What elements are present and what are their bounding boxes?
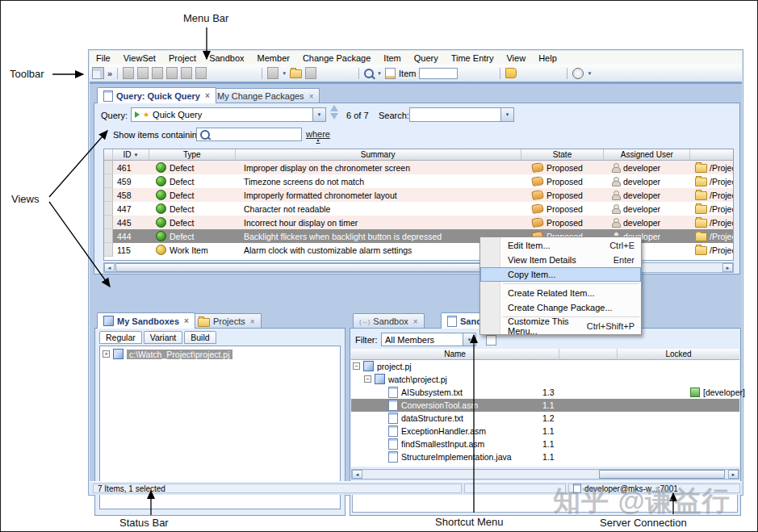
checkout-dropdown-icon[interactable]: ▼	[282, 71, 287, 76]
subtab-build[interactable]: Build	[184, 331, 216, 344]
expand-icon[interactable]: +	[103, 350, 110, 358]
tab-close-icon[interactable]: ×	[413, 317, 418, 326]
defect-icon	[156, 217, 166, 228]
viewset-icon[interactable]	[92, 67, 104, 79]
menu-file[interactable]: File	[90, 52, 117, 64]
menu-time-entry[interactable]: Time Entry	[445, 52, 500, 64]
open-item-icon[interactable]	[137, 67, 149, 79]
column-type[interactable]: Type	[149, 149, 236, 161]
row-gutter[interactable]	[104, 174, 113, 188]
row-gutter[interactable]	[104, 243, 113, 257]
save-item-icon[interactable]	[152, 67, 163, 79]
scroll-right-icon[interactable]: ►	[722, 263, 733, 272]
row-gutter[interactable]	[104, 216, 113, 229]
item-row-447[interactable]: 447 Defect Character not readable Propos…	[104, 202, 733, 216]
member-row-aisubsystem[interactable]: AISubsystem.txt 1.3 [developer]	[351, 386, 739, 399]
scroll-right-icon[interactable]: ►	[728, 470, 739, 479]
tab-close-icon[interactable]: ×	[184, 316, 189, 325]
menu-view[interactable]: View	[500, 52, 532, 64]
show-items-input[interactable]	[196, 128, 302, 141]
column-state[interactable]: State	[521, 149, 605, 161]
item-row-458[interactable]: 458 Defect Improperly formatted chronome…	[104, 188, 733, 202]
menu-item-view-item-details[interactable]: View Item Details Enter	[480, 253, 641, 267]
member-row-conversiontool-selected[interactable]: ConversionTool.asm 1.1	[351, 399, 739, 412]
column-locked[interactable]: Locked	[618, 349, 739, 360]
tab-query-quick-query[interactable]: Query: Quick Query ×	[97, 87, 216, 103]
delete-item-icon[interactable]	[195, 67, 207, 79]
tab-close-icon[interactable]: ×	[309, 92, 314, 101]
edit-query-icon[interactable]	[385, 68, 396, 79]
member-file-icon	[388, 387, 398, 398]
tab-close-icon[interactable]: ×	[205, 91, 210, 100]
column-project[interactable]	[690, 149, 733, 161]
edit-item-icon[interactable]	[166, 67, 178, 79]
member-row-watch-project[interactable]: − watch\project.pj	[351, 373, 739, 386]
time-entry-dropdown-icon[interactable]: ▼	[587, 71, 592, 76]
menu-member[interactable]: Member	[251, 52, 296, 64]
column-summary[interactable]: Summary	[236, 149, 521, 161]
query-combobox[interactable]: ★ Quick Query ▼	[131, 107, 326, 122]
filter-combobox-dropdown[interactable]: ▼	[463, 333, 475, 346]
menu-item-create-change-package[interactable]: Create Change Package...	[480, 300, 641, 315]
query-combobox-dropdown[interactable]: ▼	[312, 108, 325, 121]
search-icon[interactable]	[364, 69, 374, 78]
sandbox-root-item[interactable]: + c:\Watch_Project\project.pj	[103, 349, 232, 359]
revert-icon[interactable]	[305, 67, 316, 79]
member-row-structureimplementation[interactable]: StructureImplementation.java 1.1	[351, 450, 739, 463]
collapse-icon[interactable]: −	[364, 375, 371, 383]
member-horizontal-scrollbar[interactable]: ◄ ►	[351, 469, 739, 480]
change-package-tool-icon[interactable]	[505, 68, 517, 78]
row-gutter[interactable]	[104, 202, 113, 216]
tab-projects[interactable]: Projects ×	[191, 313, 262, 329]
menu-item-copy-item[interactable]: Copy Item...	[480, 267, 641, 282]
menu-help[interactable]: Help	[532, 52, 563, 64]
column-name[interactable]: Name	[351, 349, 559, 360]
toolbar-overflow-chevron[interactable]: »	[107, 69, 112, 78]
subtab-variant[interactable]: Variant	[144, 331, 183, 344]
menu-item[interactable]: Item	[377, 52, 407, 64]
menu-query[interactable]: Query	[408, 52, 445, 64]
checkout-icon[interactable]	[267, 67, 278, 79]
item-row-461[interactable]: 461 Defect Improper display on the chron…	[104, 161, 733, 174]
collapse-icon[interactable]: −	[353, 362, 360, 370]
menu-item-customize-this-menu[interactable]: Customize This Menu... Ctrl+Shift+P	[480, 319, 641, 333]
scroll-left-icon[interactable]: ◄	[352, 470, 362, 479]
item-id-input[interactable]	[419, 68, 458, 79]
column-assigned-user[interactable]: Assigned User	[604, 149, 690, 161]
member-row-project[interactable]: − project.pj	[351, 360, 739, 373]
search-combobox[interactable]: ▼	[409, 107, 514, 122]
filter-combobox[interactable]: All Members ▼	[381, 333, 476, 346]
item-row-459[interactable]: 459 Defect Timezone screens do not match…	[104, 174, 733, 188]
scrollbar-thumb[interactable]	[599, 470, 725, 479]
column-id[interactable]: ID ▼	[113, 149, 149, 161]
member-row-findsmallestinput[interactable]: findSmallestInput.asm 1.1	[351, 438, 739, 450]
subtab-regular[interactable]: Regular	[99, 331, 142, 344]
menu-change-package[interactable]: Change Package	[296, 52, 377, 64]
federated-sandbox-icon: (↔)	[359, 318, 370, 325]
search-dropdown-icon[interactable]: ▼	[377, 71, 382, 76]
tab-sandbox-1[interactable]: (↔) Sandbox ×	[353, 313, 425, 329]
member-row-datastructure[interactable]: dataStructure.txt 1.2	[351, 412, 739, 425]
menu-project[interactable]: Project	[162, 52, 203, 64]
resize-updown-icon[interactable]	[330, 105, 338, 119]
checkin-folder-icon[interactable]	[290, 69, 302, 78]
scroll-left-icon[interactable]: ◄	[104, 263, 115, 272]
menu-sandbox[interactable]: Sandbox	[203, 52, 250, 64]
row-gutter[interactable]	[104, 229, 113, 243]
copy-item-icon[interactable]	[181, 67, 192, 79]
row-gutter[interactable]	[104, 161, 113, 174]
search-combobox-dropdown[interactable]: ▼	[500, 108, 513, 121]
filter-checkbox[interactable]	[486, 335, 496, 346]
row-gutter[interactable]	[104, 188, 113, 202]
tab-my-sandboxes[interactable]: My Sandboxes ×	[97, 312, 195, 329]
item-row-445[interactable]: 445 Defect Incorrect hour display on tim…	[104, 216, 733, 229]
menu-item-create-related-item[interactable]: Create Related Item...	[480, 286, 641, 300]
tab-close-icon[interactable]: ×	[250, 317, 255, 326]
time-entry-icon[interactable]	[572, 68, 584, 79]
member-row-exceptionhandler[interactable]: ExceptionHandler.asm 1.1	[351, 425, 739, 438]
column-revision[interactable]	[559, 349, 618, 360]
new-item-icon[interactable]	[123, 67, 134, 79]
menu-item-edit-item[interactable]: Edit Item... Ctrl+E	[480, 238, 641, 253]
menu-viewset[interactable]: ViewSet	[117, 52, 162, 64]
where-link[interactable]: where ▼	[306, 129, 330, 142]
